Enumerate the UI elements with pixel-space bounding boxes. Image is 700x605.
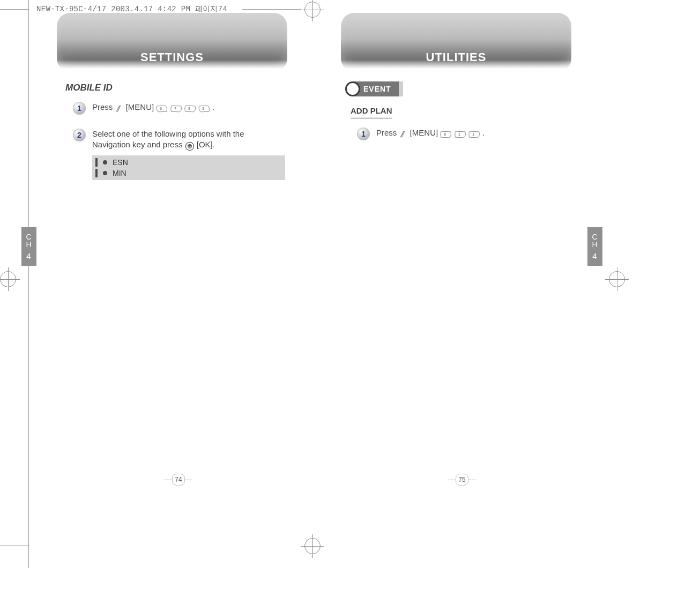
key-8-icon: 8	[440, 129, 452, 140]
crop-mark	[28, 536, 29, 568]
key-3-icon: 3	[198, 103, 210, 114]
list-bar-icon	[95, 169, 98, 177]
registration-mark-icon	[609, 271, 625, 287]
page-title: SETTINGS	[140, 50, 204, 64]
info-box: ESN MIN	[92, 155, 285, 180]
sub-heading-add-plan: ADD PLAN	[351, 106, 392, 119]
step-number-badge: 1	[73, 102, 86, 115]
chapter-tab-letter: H	[26, 241, 32, 248]
page-number-right: 75	[448, 474, 476, 486]
key-7-icon: 7	[170, 103, 182, 114]
svg-text:3: 3	[202, 107, 204, 110]
step-text: Select one of the following options with…	[92, 129, 244, 152]
list-item-label: MIN	[113, 168, 126, 178]
step-1-left: 1 Press [MENU] 6 7 8 3 .	[73, 102, 214, 115]
step-text-line2-pre: Navigation key and press	[92, 140, 185, 149]
step-2-left: 2 Select one of the following options wi…	[73, 129, 244, 152]
step-text-menu: [MENU]	[126, 102, 154, 111]
event-badge: EVENT	[345, 81, 403, 96]
svg-text:1: 1	[458, 132, 460, 136]
svg-text:6: 6	[160, 107, 162, 110]
list-item-label: ESN	[113, 157, 128, 168]
page-number-value: 74	[172, 474, 185, 486]
svg-text:7: 7	[174, 107, 176, 110]
key-1-icon: 1	[468, 129, 480, 140]
softkey-icon	[399, 129, 408, 140]
key-8-icon: 8	[184, 103, 196, 114]
step-text-ok: [OK]	[197, 140, 213, 149]
page-header-settings: SETTINGS	[57, 13, 287, 72]
step-text-prefix: Press	[376, 128, 399, 137]
chapter-tab-letter: H	[592, 241, 598, 248]
page-number-left: 74	[164, 474, 192, 486]
list-item: ESN	[95, 157, 282, 168]
step-text: Press [MENU] 6 7 8 3 .	[92, 102, 214, 114]
step-text-line2-post: .	[213, 140, 215, 149]
key-1-icon: 1	[455, 129, 466, 140]
registration-mark-icon	[304, 2, 321, 18]
step-1-right: 1 Press [MENU] 8 1 1 .	[357, 128, 485, 140]
softkey-icon	[115, 103, 124, 114]
crop-mark	[0, 9, 28, 10]
svg-text:1: 1	[472, 132, 474, 136]
chapter-tab-number: 4	[592, 251, 597, 260]
crop-guide-vert-left	[28, 0, 29, 536]
chapter-tab-left: C H 4	[21, 227, 36, 266]
step-number-badge: 2	[73, 129, 86, 141]
page-number-value: 75	[456, 474, 468, 486]
chapter-tab-letter: C	[26, 233, 32, 241]
chapter-tab-letter: C	[592, 233, 598, 241]
step-text: Press [MENU] 8 1 1 .	[376, 128, 485, 140]
svg-text:8: 8	[444, 132, 446, 136]
chapter-tab-number: 4	[26, 251, 31, 260]
key-6-icon: 6	[156, 103, 168, 114]
crop-mark	[242, 9, 301, 10]
crop-mark	[0, 546, 29, 546]
svg-text:8: 8	[188, 107, 190, 110]
event-badge-circle-icon	[345, 81, 360, 96]
svg-text:OK: OK	[188, 145, 192, 148]
bullet-icon	[103, 171, 107, 175]
page-title: UTILITIES	[426, 50, 487, 64]
step-text-suffix: .	[482, 128, 485, 137]
section-heading-mobile-id: MOBILE ID	[65, 83, 113, 93]
list-bar-icon	[95, 158, 98, 167]
bullet-icon	[103, 160, 107, 165]
registration-mark-icon	[0, 271, 16, 287]
page-header-utilities: UTILITIES	[341, 13, 571, 72]
step-text-line1: Select one of the following options with…	[92, 129, 244, 138]
chapter-tab-right: C H 4	[587, 227, 602, 266]
list-item: MIN	[95, 168, 282, 178]
step-text-prefix: Press	[92, 102, 115, 111]
ok-key-icon: OK	[185, 141, 195, 152]
step-text-suffix: .	[212, 102, 214, 111]
registration-mark-icon	[304, 538, 321, 554]
step-number-badge: 1	[357, 128, 370, 140]
event-badge-label: EVENT	[354, 81, 399, 96]
step-text-menu: [MENU]	[410, 128, 438, 137]
